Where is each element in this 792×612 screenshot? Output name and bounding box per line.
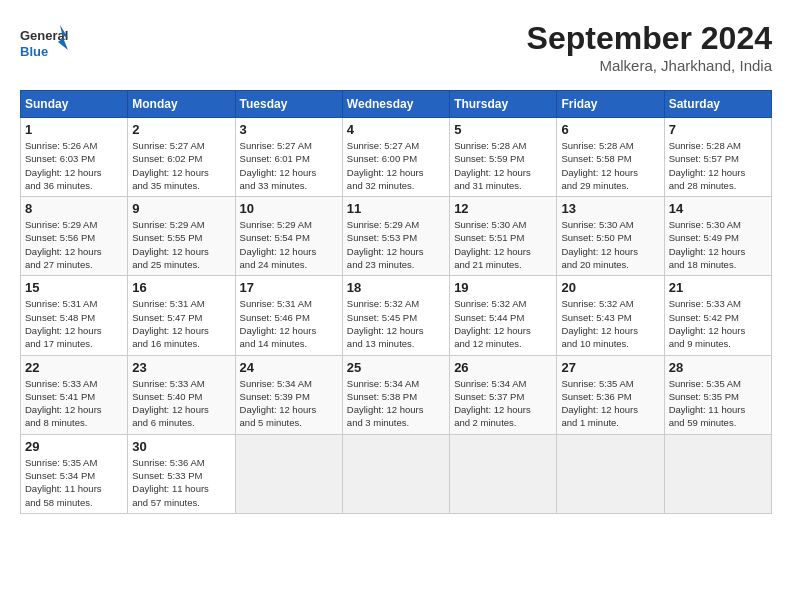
calendar-cell: [557, 434, 664, 513]
day-detail: Sunrise: 5:27 AM Sunset: 6:00 PM Dayligh…: [347, 139, 445, 192]
day-number: 12: [454, 201, 552, 216]
day-number: 6: [561, 122, 659, 137]
calendar-cell: 19Sunrise: 5:32 AM Sunset: 5:44 PM Dayli…: [450, 276, 557, 355]
day-detail: Sunrise: 5:28 AM Sunset: 5:57 PM Dayligh…: [669, 139, 767, 192]
calendar-cell: 22Sunrise: 5:33 AM Sunset: 5:41 PM Dayli…: [21, 355, 128, 434]
day-number: 11: [347, 201, 445, 216]
calendar-week-4: 29Sunrise: 5:35 AM Sunset: 5:34 PM Dayli…: [21, 434, 772, 513]
day-detail: Sunrise: 5:33 AM Sunset: 5:42 PM Dayligh…: [669, 297, 767, 350]
location-subtitle: Malkera, Jharkhand, India: [527, 57, 772, 74]
day-number: 15: [25, 280, 123, 295]
day-number: 14: [669, 201, 767, 216]
day-detail: Sunrise: 5:31 AM Sunset: 5:47 PM Dayligh…: [132, 297, 230, 350]
day-number: 24: [240, 360, 338, 375]
calendar-cell: 5Sunrise: 5:28 AM Sunset: 5:59 PM Daylig…: [450, 118, 557, 197]
day-number: 13: [561, 201, 659, 216]
day-detail: Sunrise: 5:30 AM Sunset: 5:50 PM Dayligh…: [561, 218, 659, 271]
svg-text:Blue: Blue: [20, 44, 48, 59]
calendar-cell: 4Sunrise: 5:27 AM Sunset: 6:00 PM Daylig…: [342, 118, 449, 197]
col-header-tuesday: Tuesday: [235, 91, 342, 118]
calendar-cell: 8Sunrise: 5:29 AM Sunset: 5:56 PM Daylig…: [21, 197, 128, 276]
day-number: 20: [561, 280, 659, 295]
col-header-friday: Friday: [557, 91, 664, 118]
calendar-cell: [450, 434, 557, 513]
day-detail: Sunrise: 5:30 AM Sunset: 5:51 PM Dayligh…: [454, 218, 552, 271]
col-header-wednesday: Wednesday: [342, 91, 449, 118]
day-number: 4: [347, 122, 445, 137]
day-detail: Sunrise: 5:35 AM Sunset: 5:34 PM Dayligh…: [25, 456, 123, 509]
day-detail: Sunrise: 5:29 AM Sunset: 5:55 PM Dayligh…: [132, 218, 230, 271]
day-detail: Sunrise: 5:30 AM Sunset: 5:49 PM Dayligh…: [669, 218, 767, 271]
calendar-week-2: 15Sunrise: 5:31 AM Sunset: 5:48 PM Dayli…: [21, 276, 772, 355]
day-detail: Sunrise: 5:34 AM Sunset: 5:37 PM Dayligh…: [454, 377, 552, 430]
day-detail: Sunrise: 5:31 AM Sunset: 5:48 PM Dayligh…: [25, 297, 123, 350]
day-detail: Sunrise: 5:36 AM Sunset: 5:33 PM Dayligh…: [132, 456, 230, 509]
calendar-cell: 13Sunrise: 5:30 AM Sunset: 5:50 PM Dayli…: [557, 197, 664, 276]
col-header-saturday: Saturday: [664, 91, 771, 118]
day-number: 26: [454, 360, 552, 375]
day-number: 5: [454, 122, 552, 137]
day-number: 8: [25, 201, 123, 216]
day-number: 30: [132, 439, 230, 454]
day-detail: Sunrise: 5:33 AM Sunset: 5:41 PM Dayligh…: [25, 377, 123, 430]
title-block: September 2024 Malkera, Jharkhand, India: [527, 20, 772, 74]
calendar-cell: 3Sunrise: 5:27 AM Sunset: 6:01 PM Daylig…: [235, 118, 342, 197]
calendar-cell: 29Sunrise: 5:35 AM Sunset: 5:34 PM Dayli…: [21, 434, 128, 513]
calendar-cell: [235, 434, 342, 513]
day-number: 27: [561, 360, 659, 375]
calendar-cell: 12Sunrise: 5:30 AM Sunset: 5:51 PM Dayli…: [450, 197, 557, 276]
day-number: 18: [347, 280, 445, 295]
calendar-cell: 23Sunrise: 5:33 AM Sunset: 5:40 PM Dayli…: [128, 355, 235, 434]
calendar-cell: 25Sunrise: 5:34 AM Sunset: 5:38 PM Dayli…: [342, 355, 449, 434]
calendar-cell: 18Sunrise: 5:32 AM Sunset: 5:45 PM Dayli…: [342, 276, 449, 355]
day-detail: Sunrise: 5:26 AM Sunset: 6:03 PM Dayligh…: [25, 139, 123, 192]
calendar-cell: 15Sunrise: 5:31 AM Sunset: 5:48 PM Dayli…: [21, 276, 128, 355]
day-detail: Sunrise: 5:34 AM Sunset: 5:39 PM Dayligh…: [240, 377, 338, 430]
calendar-cell: 30Sunrise: 5:36 AM Sunset: 5:33 PM Dayli…: [128, 434, 235, 513]
calendar-cell: 11Sunrise: 5:29 AM Sunset: 5:53 PM Dayli…: [342, 197, 449, 276]
day-detail: Sunrise: 5:32 AM Sunset: 5:44 PM Dayligh…: [454, 297, 552, 350]
day-detail: Sunrise: 5:29 AM Sunset: 5:53 PM Dayligh…: [347, 218, 445, 271]
calendar-cell: 21Sunrise: 5:33 AM Sunset: 5:42 PM Dayli…: [664, 276, 771, 355]
day-detail: Sunrise: 5:27 AM Sunset: 6:02 PM Dayligh…: [132, 139, 230, 192]
logo-svg: GeneralBlue: [20, 20, 70, 64]
day-number: 3: [240, 122, 338, 137]
calendar-cell: 27Sunrise: 5:35 AM Sunset: 5:36 PM Dayli…: [557, 355, 664, 434]
calendar-header-row: SundayMondayTuesdayWednesdayThursdayFrid…: [21, 91, 772, 118]
calendar-table: SundayMondayTuesdayWednesdayThursdayFrid…: [20, 90, 772, 514]
calendar-cell: 16Sunrise: 5:31 AM Sunset: 5:47 PM Dayli…: [128, 276, 235, 355]
col-header-thursday: Thursday: [450, 91, 557, 118]
day-detail: Sunrise: 5:32 AM Sunset: 5:43 PM Dayligh…: [561, 297, 659, 350]
day-detail: Sunrise: 5:33 AM Sunset: 5:40 PM Dayligh…: [132, 377, 230, 430]
day-number: 1: [25, 122, 123, 137]
calendar-week-0: 1Sunrise: 5:26 AM Sunset: 6:03 PM Daylig…: [21, 118, 772, 197]
day-number: 25: [347, 360, 445, 375]
day-detail: Sunrise: 5:27 AM Sunset: 6:01 PM Dayligh…: [240, 139, 338, 192]
calendar-cell: 6Sunrise: 5:28 AM Sunset: 5:58 PM Daylig…: [557, 118, 664, 197]
calendar-cell: 17Sunrise: 5:31 AM Sunset: 5:46 PM Dayli…: [235, 276, 342, 355]
col-header-monday: Monday: [128, 91, 235, 118]
day-number: 21: [669, 280, 767, 295]
calendar-cell: 1Sunrise: 5:26 AM Sunset: 6:03 PM Daylig…: [21, 118, 128, 197]
day-number: 7: [669, 122, 767, 137]
calendar-cell: 14Sunrise: 5:30 AM Sunset: 5:49 PM Dayli…: [664, 197, 771, 276]
day-detail: Sunrise: 5:35 AM Sunset: 5:36 PM Dayligh…: [561, 377, 659, 430]
day-number: 28: [669, 360, 767, 375]
day-detail: Sunrise: 5:29 AM Sunset: 5:54 PM Dayligh…: [240, 218, 338, 271]
day-detail: Sunrise: 5:35 AM Sunset: 5:35 PM Dayligh…: [669, 377, 767, 430]
col-header-sunday: Sunday: [21, 91, 128, 118]
calendar-week-3: 22Sunrise: 5:33 AM Sunset: 5:41 PM Dayli…: [21, 355, 772, 434]
day-detail: Sunrise: 5:29 AM Sunset: 5:56 PM Dayligh…: [25, 218, 123, 271]
calendar-cell: 20Sunrise: 5:32 AM Sunset: 5:43 PM Dayli…: [557, 276, 664, 355]
calendar-cell: [342, 434, 449, 513]
day-number: 9: [132, 201, 230, 216]
page-header: GeneralBlue September 2024 Malkera, Jhar…: [20, 20, 772, 74]
calendar-cell: 2Sunrise: 5:27 AM Sunset: 6:02 PM Daylig…: [128, 118, 235, 197]
day-number: 17: [240, 280, 338, 295]
day-detail: Sunrise: 5:34 AM Sunset: 5:38 PM Dayligh…: [347, 377, 445, 430]
day-number: 22: [25, 360, 123, 375]
day-detail: Sunrise: 5:28 AM Sunset: 5:59 PM Dayligh…: [454, 139, 552, 192]
calendar-cell: 28Sunrise: 5:35 AM Sunset: 5:35 PM Dayli…: [664, 355, 771, 434]
day-number: 10: [240, 201, 338, 216]
calendar-week-1: 8Sunrise: 5:29 AM Sunset: 5:56 PM Daylig…: [21, 197, 772, 276]
